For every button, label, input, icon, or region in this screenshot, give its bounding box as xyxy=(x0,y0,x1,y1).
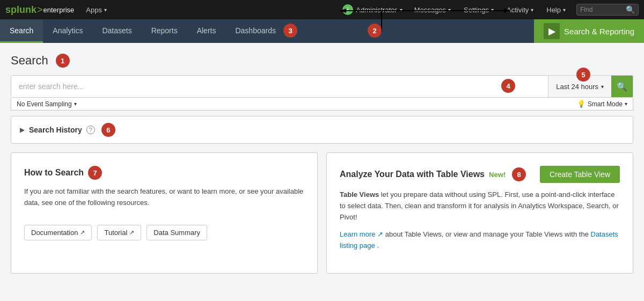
table-views-body: Table Views let you prepare data without… xyxy=(340,189,620,252)
search-reporting-arrow-icon: ▶ xyxy=(544,23,560,39)
search-history-label: Search History xyxy=(29,126,82,134)
documentation-external-icon: ↗ xyxy=(80,229,85,236)
help-menu[interactable]: Help ▾ xyxy=(540,0,572,19)
annotation-badge-6: 6 xyxy=(101,123,115,137)
main-content: Search 1 4 Last 24 hours ▾ 🔍 5 No Event … xyxy=(0,43,644,284)
tab-alerts[interactable]: Alerts xyxy=(187,19,226,43)
search-history-chevron-icon[interactable]: ▶ xyxy=(20,126,25,134)
settings-chevron-icon: ▾ xyxy=(491,7,494,13)
admin-label: Administrator xyxy=(356,6,397,14)
secondary-navbar: Search Analytics Datasets Reports Alerts… xyxy=(0,19,644,43)
top-navbar: splunk > enterprise Apps ▾ i Administrat… xyxy=(0,0,644,19)
smart-mode-label: Smart Mode xyxy=(588,100,623,108)
logo-enterprise-text: enterprise xyxy=(43,6,75,14)
how-to-search-card: How to Search 7 If you are not familiar … xyxy=(11,152,318,274)
smart-mode-chevron-icon: ▾ xyxy=(625,101,627,107)
learn-more-link[interactable]: Learn more ↗ xyxy=(340,230,385,238)
how-to-search-title: How to Search 7 xyxy=(24,166,304,180)
logo[interactable]: splunk > enterprise xyxy=(5,4,74,16)
activity-chevron-icon: ▾ xyxy=(531,7,533,13)
help-label: Help xyxy=(546,6,561,14)
tab-analytics[interactable]: Analytics xyxy=(43,19,92,43)
annotation-badge-4: 4 xyxy=(501,79,515,93)
new-badge: New! xyxy=(489,171,506,179)
search-bar: 4 Last 24 hours ▾ 🔍 xyxy=(11,75,633,98)
messages-label: Messages xyxy=(414,6,446,14)
find-input[interactable] xyxy=(580,6,623,13)
time-range-chevron-icon: ▾ xyxy=(601,84,604,90)
tutorial-button[interactable]: Tutorial ↗ xyxy=(97,225,141,240)
table-views-title: Analyze Your Data with Table Views New! … xyxy=(340,166,620,183)
tab-datasets[interactable]: Datasets xyxy=(92,19,141,43)
tutorial-external-icon: ↗ xyxy=(129,229,134,236)
how-to-search-links: Documentation ↗ Tutorial ↗ Data Summary xyxy=(24,225,304,240)
logo-arrow: > xyxy=(37,4,43,16)
tab-datasets-label: Datasets xyxy=(102,26,131,35)
create-table-view-button[interactable]: Create Table View xyxy=(540,166,620,183)
activity-menu[interactable]: Activity ▾ xyxy=(500,0,540,19)
search-input[interactable] xyxy=(11,76,548,97)
search-history-help-icon[interactable]: ? xyxy=(86,126,95,134)
help-chevron-icon: ▾ xyxy=(563,7,566,13)
options-row: No Event Sampling ▾ 💡 Smart Mode ▾ xyxy=(11,98,633,111)
no-event-sampling-label: No Event Sampling xyxy=(17,100,72,108)
cards-row: How to Search 7 If you are not familiar … xyxy=(11,152,633,284)
tab-alerts-label: Alerts xyxy=(197,26,216,35)
apps-label: Apps xyxy=(86,6,102,14)
no-event-sampling-button[interactable]: No Event Sampling ▾ xyxy=(17,100,77,108)
annotation-badge-5: 5 xyxy=(576,68,590,82)
no-sampling-chevron-icon: ▾ xyxy=(74,101,77,107)
bulb-icon: 💡 xyxy=(577,100,586,108)
documentation-button[interactable]: Documentation ↗ xyxy=(24,225,92,240)
settings-label: Settings xyxy=(464,6,489,14)
search-go-icon: 🔍 xyxy=(617,82,627,92)
page-title: Search xyxy=(11,54,48,68)
find-box[interactable]: 🔍 xyxy=(576,4,639,16)
search-reporting-button[interactable]: ▶ Search & Reporting xyxy=(534,19,644,43)
search-go-button[interactable]: 🔍 xyxy=(611,76,633,97)
data-summary-button[interactable]: Data Summary xyxy=(147,225,207,240)
tab-reports-label: Reports xyxy=(151,26,178,35)
apps-chevron-icon: ▾ xyxy=(104,7,107,13)
search-history-bar: ▶ Search History ? 6 xyxy=(11,116,633,144)
tab-analytics-label: Analytics xyxy=(53,26,83,35)
tab-search[interactable]: Search xyxy=(0,19,43,43)
table-views-card: Analyze Your Data with Table Views New! … xyxy=(326,152,633,274)
annotation-badge-7: 7 xyxy=(88,166,102,180)
activity-label: Activity xyxy=(507,6,529,14)
search-reporting-label: Search & Reporting xyxy=(564,27,634,36)
annotation-badge-1: 1 xyxy=(56,54,70,68)
annotation-badge-8: 8 xyxy=(512,167,526,181)
settings-menu[interactable]: Settings ▾ xyxy=(457,0,500,19)
messages-menu[interactable]: Messages ▾ xyxy=(408,0,457,19)
logo-splunk-text: splunk xyxy=(5,4,36,16)
smart-mode-button[interactable]: 💡 Smart Mode ▾ xyxy=(577,100,627,108)
find-icon: 🔍 xyxy=(626,5,635,14)
tab-dashboards-label: Dashboards xyxy=(235,26,276,35)
annotation-badge-3: 3 xyxy=(283,24,297,38)
tab-reports[interactable]: Reports xyxy=(142,19,187,43)
admin-menu[interactable]: i Administrator ▾ xyxy=(337,4,408,15)
apps-menu[interactable]: Apps ▾ xyxy=(79,0,113,19)
annotation-badge-2: 2 xyxy=(368,24,382,38)
messages-chevron-icon: ▾ xyxy=(448,7,451,13)
admin-chevron-icon: ▾ xyxy=(400,7,402,13)
time-range-label: Last 24 hours xyxy=(556,83,598,91)
how-to-search-body: If you are not familiar with the search … xyxy=(24,186,304,209)
admin-avatar: i xyxy=(342,4,353,15)
tab-search-label: Search xyxy=(10,26,33,35)
tab-dashboards[interactable]: Dashboards xyxy=(225,19,286,43)
